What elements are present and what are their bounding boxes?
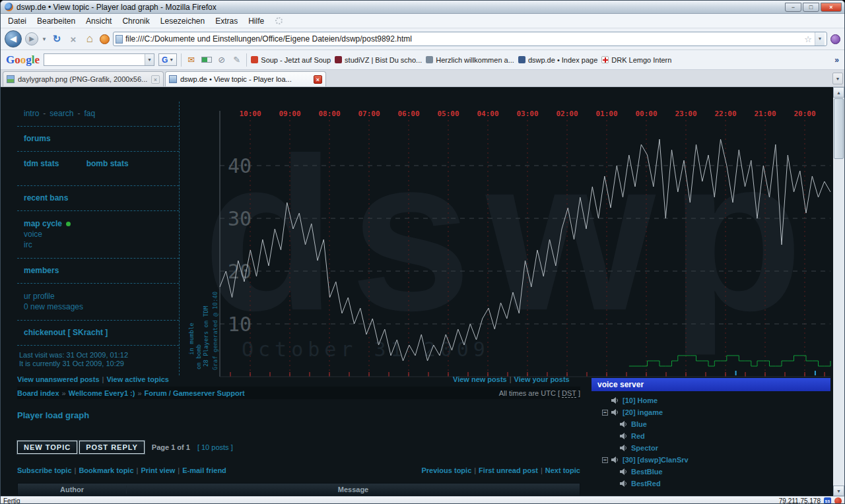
sidebar-link-map-cycle[interactable]: map cycle <box>24 219 62 228</box>
sidebar-section-stats: tdm stats bomb stats <box>17 152 179 186</box>
view-active-link[interactable]: View active topics <box>106 375 169 383</box>
sidebar-link-bomb-stats[interactable]: bomb stats <box>86 159 129 168</box>
refresh-button[interactable]: ↻ <box>50 33 63 45</box>
dst-abbr[interactable]: DST <box>562 389 576 398</box>
history-dropdown-icon[interactable]: ▼ <box>42 36 47 42</box>
new-topic-button[interactable]: NEW TOPIC <box>17 441 77 454</box>
addon-button-icon[interactable] <box>100 34 110 44</box>
voice-channel-bestblue[interactable]: BestBlue <box>592 466 830 478</box>
bookmark-soup[interactable]: Soup - Jetzt auf Soup <box>251 56 331 64</box>
tab-close-button[interactable]: × <box>151 75 160 84</box>
back-button[interactable]: ◀ <box>5 30 22 47</box>
breadcrumb-board-index[interactable]: Board index <box>17 389 59 397</box>
bookmark-star-icon[interactable]: ☆ <box>804 34 812 44</box>
google-search-input[interactable] <box>44 56 145 64</box>
toolbar-overflow-chevron[interactable]: » <box>834 55 839 65</box>
close-button[interactable]: × <box>821 3 842 12</box>
sidebar-link-members[interactable]: members <box>24 266 59 275</box>
tab-dswp-topic[interactable]: dswp.de • View topic - Player loa... × <box>165 71 326 86</box>
forward-button[interactable]: ▶ <box>25 32 38 46</box>
svg-text:22:00: 22:00 <box>714 110 736 118</box>
pagerank-icon[interactable] <box>201 55 212 65</box>
toolbar-separator <box>181 53 182 67</box>
svg-text:30: 30 <box>228 207 252 230</box>
graph-side-label: in mumble <box>188 323 195 355</box>
bookmark-herzlich[interactable]: Herzlich willkommen a... <box>426 56 514 64</box>
sidebar-link-new-messages[interactable]: 0 new messages <box>24 302 83 311</box>
menu-bearbeiten[interactable]: Bearbeiten <box>32 15 80 27</box>
view-unanswered-link[interactable]: View unanswered posts <box>17 375 100 383</box>
minimize-button[interactable]: − <box>785 3 801 12</box>
subscribe-topic-link[interactable]: Subscribe topic <box>17 466 72 474</box>
bookmark-studivz[interactable]: studiVZ | Bist Du scho... <box>335 56 422 64</box>
collapse-expander[interactable]: − <box>602 410 608 416</box>
breadcrumb: Board index»Wellcome Every1 :)»Forum / G… <box>17 387 580 399</box>
bookmark-topic-link[interactable]: Bookmark topic <box>79 466 133 474</box>
logo-letter: e <box>34 53 40 66</box>
popup-blocker-icon[interactable]: ⊘ <box>216 55 227 65</box>
voice-channel-clansrv[interactable]: −[30] [dswp]ClanSrv <box>592 454 830 466</box>
highlighter-icon[interactable]: ✎ <box>231 55 242 65</box>
status-addon-icon-2[interactable] <box>834 497 842 504</box>
sidebar-link-intro[interactable]: intro <box>24 109 39 118</box>
sidebar-link-recent-bans[interactable]: recent bans <box>24 193 68 203</box>
voice-channel-red[interactable]: Red <box>592 430 830 442</box>
menu-extras[interactable]: Extras <box>211 15 242 27</box>
voice-channel-spector[interactable]: Spector <box>592 442 830 454</box>
home-button[interactable]: ⌂ <box>83 32 96 46</box>
search-history-dropdown[interactable]: ▼ <box>145 54 154 65</box>
next-topic-link[interactable]: Next topic <box>545 466 580 474</box>
stop-button[interactable]: × <box>67 34 80 45</box>
svg-text:01:00: 01:00 <box>595 110 617 118</box>
scroll-up-button[interactable]: ▲ <box>833 87 844 98</box>
sidebar-link-ur-profile[interactable]: ur profile <box>24 292 55 301</box>
menu-ansicht[interactable]: Ansicht <box>81 15 116 27</box>
voice-channel-label: BestBlue <box>631 468 663 476</box>
post-reply-button[interactable]: POST REPLY <box>79 441 145 454</box>
google-search-button[interactable]: G▼ <box>158 53 177 66</box>
voice-channel-home[interactable]: [10] Home <box>592 394 830 406</box>
email-friend-link[interactable]: E-mail friend <box>182 466 226 474</box>
bookmark-dswp[interactable]: dswp.de • Index page <box>518 56 597 64</box>
bookmark-drk[interactable]: DRK Lemgo Intern <box>601 56 671 64</box>
scroll-down-button[interactable]: ▼ <box>833 486 844 496</box>
menu-hilfe[interactable]: Hilfe <box>244 15 269 27</box>
sidebar-link-irc[interactable]: irc <box>24 240 32 249</box>
bookmark-addon-icon[interactable] <box>830 34 840 44</box>
voice-channel-blue[interactable]: Blue <box>592 418 830 430</box>
menu-chronik[interactable]: Chronik <box>118 15 154 27</box>
breadcrumb-wellcome[interactable]: Wellcome Every1 :) <box>69 389 135 397</box>
view-your-posts-link[interactable]: View your posts <box>514 375 570 383</box>
voice-channel-bestred[interactable]: BestRed <box>592 478 830 489</box>
view-new-posts-link[interactable]: View new posts <box>453 375 507 383</box>
sidebar-link-faq[interactable]: faq <box>84 109 95 118</box>
send-icon[interactable]: ✉ <box>186 55 197 65</box>
firefox-icon <box>5 3 13 11</box>
address-input[interactable] <box>125 34 801 44</box>
print-view-link[interactable]: Print view <box>141 466 175 474</box>
topic-title[interactable]: Player load graph <box>17 410 89 420</box>
tab-label: daylygraph.png (PNG-Grafik, 2000x56... <box>18 75 148 83</box>
address-dropdown-button[interactable]: ▼ <box>815 32 825 46</box>
svg-text:09:00: 09:00 <box>279 110 300 118</box>
menu-datei[interactable]: Datei <box>3 15 31 27</box>
menu-lesezeichen[interactable]: Lesezeichen <box>156 15 209 27</box>
sidebar-link-search[interactable]: search <box>50 109 73 118</box>
maximize-button[interactable]: □ <box>803 3 819 12</box>
sidebar-link-voice[interactable]: voice <box>24 230 42 239</box>
previous-topic-link[interactable]: Previous topic <box>421 466 471 474</box>
list-all-tabs-button[interactable]: ▼ <box>832 73 843 84</box>
sidebar-link-tdm-stats[interactable]: tdm stats <box>24 159 59 168</box>
status-addon-icon-1[interactable]: ss <box>824 497 831 504</box>
logo-letter: o <box>20 53 26 66</box>
tab-daylygraph[interactable]: daylygraph.png (PNG-Grafik, 2000x56... × <box>3 71 164 86</box>
voice-channel-ingame[interactable]: −[20] ingame <box>592 406 830 418</box>
scrollbar-thumb[interactable] <box>834 98 844 159</box>
window-title: dswp.de • View topic - Player load graph… <box>17 3 785 12</box>
sidebar-link-logout-user[interactable]: chickenout [ SKracht ] <box>24 328 108 337</box>
sidebar-link-forums[interactable]: forums <box>24 134 51 143</box>
first-unread-post-link[interactable]: First unread post <box>479 466 538 474</box>
tab-close-button[interactable]: × <box>314 75 322 84</box>
breadcrumb-forum-support[interactable]: Forum / Gameserver Support <box>145 389 245 397</box>
collapse-expander[interactable]: − <box>602 457 608 463</box>
